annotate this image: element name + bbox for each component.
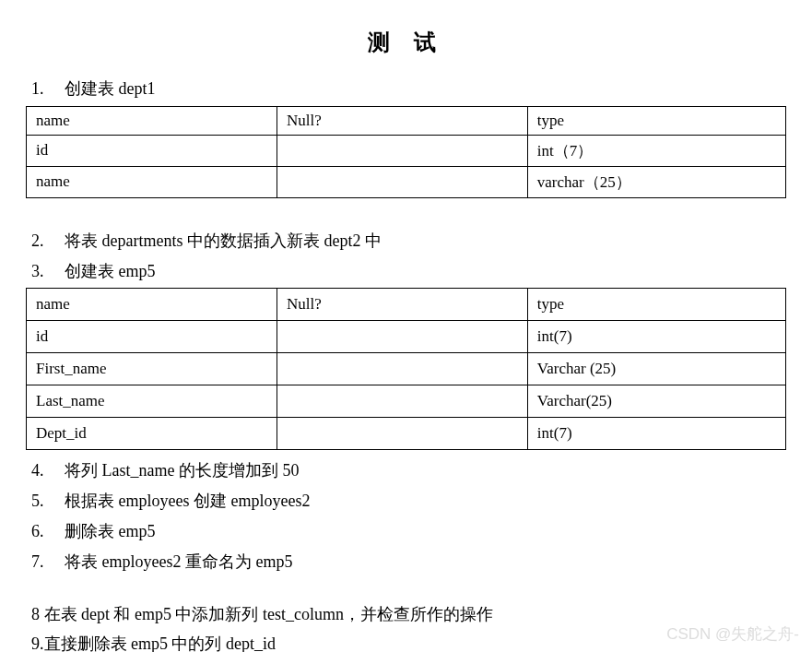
- list-item: 5. 根据表 employees 创建 employees2: [31, 488, 786, 515]
- table-row: First_name Varchar (25): [27, 353, 786, 385]
- table-cell: [277, 353, 527, 385]
- table-cell: int(7): [527, 321, 785, 353]
- item-text: 将表 employees2 重命名为 emp5: [65, 549, 292, 575]
- list-item: 6. 删除表 emp5: [31, 518, 786, 545]
- item-text: 创建表 dept1: [65, 76, 156, 102]
- item-text: 8 在表 dept 和 emp5 中添加新列 test_column，并检查所作…: [31, 601, 493, 628]
- list-item: 7. 将表 employees2 重命名为 emp5: [31, 549, 786, 575]
- item-text: 将表 departments 中的数据插入新表 dept2 中: [65, 228, 382, 255]
- list-item: 2. 将表 departments 中的数据插入新表 dept2 中: [31, 228, 786, 255]
- table-cell: int(7): [527, 418, 785, 450]
- table-row: Dept_id int(7): [27, 418, 786, 450]
- item-number: 7.: [31, 549, 65, 575]
- table-row: id int（7）: [27, 135, 786, 166]
- table-cell: id: [27, 135, 277, 166]
- table-cell: Varchar(25): [527, 385, 785, 418]
- item-number: 6.: [31, 518, 65, 545]
- item-text: 根据表 employees 创建 employees2: [65, 488, 310, 515]
- item-number: 1.: [31, 76, 65, 102]
- table-cell: First_name: [27, 353, 277, 385]
- table-cell: Null?: [277, 106, 527, 135]
- table-cell: type: [527, 289, 785, 321]
- table-cell: [277, 321, 527, 353]
- item-number: 5.: [31, 488, 65, 515]
- table-cell: varchar（25）: [527, 166, 785, 197]
- item-text: 创建表 emp5: [65, 258, 156, 285]
- table-cell: [277, 418, 527, 450]
- watermark: CSDN @失舵之舟-: [666, 623, 799, 645]
- item-number: 3.: [31, 258, 65, 285]
- page-title: 测 试: [26, 28, 786, 57]
- table-cell: [277, 385, 527, 418]
- table-cell: type: [527, 106, 785, 135]
- table-cell: [277, 135, 527, 166]
- item-text: 9.直接删除表 emp5 中的列 dept_id: [31, 631, 276, 652]
- table-row: name Null? type: [27, 289, 786, 321]
- table-cell: Varchar (25): [527, 353, 785, 385]
- item-number: 2.: [31, 228, 65, 255]
- table-cell: name: [27, 289, 277, 321]
- table-cell: id: [27, 321, 277, 353]
- table-row: Last_name Varchar(25): [27, 385, 786, 418]
- table-cell: name: [27, 106, 277, 135]
- list-item: 3. 创建表 emp5: [31, 258, 786, 285]
- table-row: name varchar（25）: [27, 166, 786, 197]
- list-item: 1. 创建表 dept1: [31, 76, 786, 102]
- item-number: 4.: [31, 457, 65, 484]
- table-row: name Null? type: [27, 106, 786, 135]
- table-cell: [277, 166, 527, 197]
- list-item: 4. 将列 Last_name 的长度增加到 50: [31, 457, 786, 484]
- table-row: id int(7): [27, 321, 786, 353]
- item-text: 删除表 emp5: [65, 518, 156, 545]
- table-dept1: name Null? type id int（7） name varchar（2…: [26, 106, 786, 198]
- table-cell: Last_name: [27, 385, 277, 418]
- table-cell: Dept_id: [27, 418, 277, 450]
- item-text: 将列 Last_name 的长度增加到 50: [65, 457, 299, 484]
- table-cell: name: [27, 166, 277, 197]
- table-emp5: name Null? type id int(7) First_name Var…: [26, 288, 786, 450]
- table-cell: Null?: [277, 289, 527, 321]
- table-cell: int（7）: [527, 135, 785, 166]
